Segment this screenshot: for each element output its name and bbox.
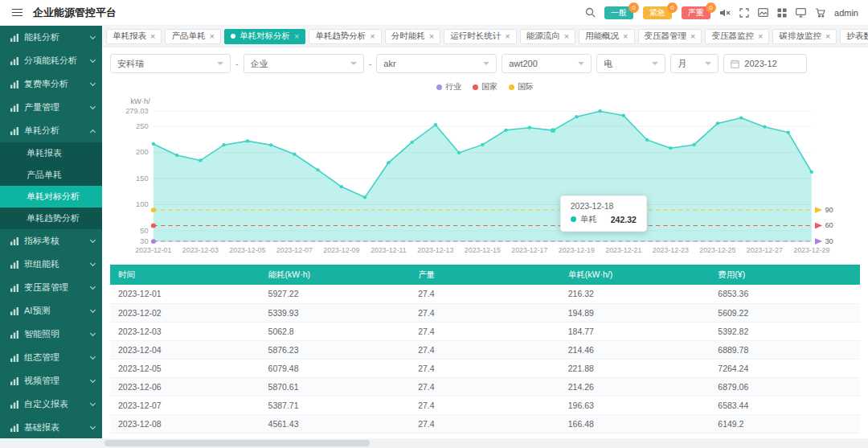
org-select[interactable]: 安科瑞 bbox=[110, 54, 231, 73]
alarm-badge-严重[interactable]: 严重0 bbox=[682, 6, 710, 19]
tab-close-icon[interactable]: × bbox=[690, 32, 695, 41]
tab-单耗报表[interactable]: 单耗报表× bbox=[106, 29, 162, 44]
table-cell: 184.77 bbox=[560, 322, 710, 340]
sidebar-item-复费率分析[interactable]: 复费率分析 bbox=[0, 72, 102, 96]
horizontal-scrollbar[interactable] bbox=[0, 438, 868, 448]
tab-label: 能源流向 bbox=[526, 31, 560, 42]
tab-抄表数据[interactable]: 抄表数据× bbox=[840, 29, 868, 44]
tab-close-icon[interactable]: × bbox=[564, 32, 569, 41]
tab-分时能耗[interactable]: 分时能耗× bbox=[385, 29, 440, 44]
tab-close-icon[interactable]: × bbox=[505, 32, 510, 41]
table-row[interactable]: 2023-12-025339.9327.4194.895609.22 bbox=[110, 303, 860, 322]
sidebar-item-单耗分析[interactable]: 单耗分析 bbox=[0, 119, 102, 142]
sidebar-item-视频管理[interactable]: 视频管理 bbox=[0, 369, 102, 393]
table-row[interactable]: 2023-12-075387.7127.4196.636583.44 bbox=[110, 396, 860, 414]
sidebar-item-分项能耗分析[interactable]: 分项能耗分析 bbox=[0, 49, 102, 72]
sidebar-subitem-产品单耗[interactable]: 产品单耗 bbox=[0, 164, 102, 186]
tab-用能概况[interactable]: 用能概况× bbox=[579, 29, 634, 44]
tab-close-icon[interactable]: × bbox=[209, 32, 214, 41]
header-actions: 一般0紧急0严重0 admin bbox=[585, 6, 858, 19]
sidebar-item-指标考核[interactable]: 指标考核 bbox=[0, 229, 102, 253]
sidebar-item-能耗分析[interactable]: 能耗分析 bbox=[0, 26, 102, 49]
svg-text:2023-12-29: 2023-12-29 bbox=[793, 247, 829, 255]
tab-运行时长统计[interactable]: 运行时长统计× bbox=[444, 29, 516, 44]
legend-dot bbox=[473, 84, 478, 90]
search-icon[interactable] bbox=[585, 7, 596, 18]
energy-type-select[interactable]: 电 bbox=[596, 54, 665, 73]
user-menu[interactable]: admin bbox=[834, 8, 858, 18]
sidebar-subitem-单耗对标分析[interactable]: 单耗对标分析 bbox=[0, 186, 102, 208]
app-window: 企业能源管控平台 一般0紧急0严重0 adm bbox=[0, 0, 868, 448]
tab-close-icon[interactable]: × bbox=[825, 32, 830, 41]
table-row[interactable]: 2023-12-084561.4327.4166.486149.2 bbox=[110, 414, 860, 433]
chart-panel: 行业国家国际 kW·h/3050100150200250279.032023-1… bbox=[110, 80, 860, 263]
select-value: 月 bbox=[678, 58, 686, 70]
chevron-down-icon bbox=[90, 260, 96, 265]
table-cell: 194.89 bbox=[560, 303, 710, 322]
main-area: 能耗分析分项能耗分析复费率分析产量管理单耗分析单耗报表产品单耗单耗对标分析单耗趋… bbox=[0, 26, 868, 438]
legend-item-国家[interactable]: 国家 bbox=[473, 81, 497, 92]
tab-label: 分时能耗 bbox=[391, 31, 425, 42]
custom-report-icon bbox=[10, 400, 19, 409]
tab-单耗对标分析[interactable]: 单耗对标分析× bbox=[224, 29, 305, 44]
sidebar-item-变压器管理[interactable]: 变压器管理 bbox=[0, 276, 102, 299]
tab-bar: 单耗报表×产品单耗×单耗对标分析×单耗趋势分析×分时能耗×运行时长统计×能源流向… bbox=[102, 26, 868, 47]
sidebar-item-组态管理[interactable]: 组态管理 bbox=[0, 346, 102, 369]
tab-变压器管理[interactable]: 变压器管理× bbox=[638, 29, 702, 44]
filter-separator: - bbox=[369, 59, 372, 68]
cart-icon[interactable] bbox=[815, 8, 825, 18]
tab-close-icon[interactable]: × bbox=[429, 32, 434, 41]
tab-产品单耗[interactable]: 产品单耗× bbox=[165, 29, 220, 44]
monitor-icon[interactable] bbox=[796, 8, 806, 18]
tab-label: 单耗对标分析 bbox=[240, 31, 290, 42]
tab-close-icon[interactable]: × bbox=[294, 32, 299, 41]
svg-text:2023-12-19: 2023-12-19 bbox=[559, 247, 595, 255]
table-row[interactable]: 2023-12-045876.2327.4214.466889.78 bbox=[110, 340, 860, 359]
tab-close-icon[interactable]: × bbox=[623, 32, 628, 41]
grid-icon[interactable] bbox=[777, 8, 787, 18]
menu-toggle-icon[interactable] bbox=[10, 6, 25, 19]
image-icon[interactable] bbox=[758, 8, 768, 17]
tab-close-icon[interactable]: × bbox=[370, 32, 375, 41]
tab-碳排放监控[interactable]: 碳排放监控× bbox=[772, 29, 837, 44]
table-row[interactable]: 2023-12-015927.2227.4216.326853.36 bbox=[110, 285, 860, 303]
table-row[interactable]: 2023-12-056079.4827.4221.887264.24 bbox=[110, 359, 860, 377]
sidebar-item-智能照明[interactable]: 智能照明 bbox=[0, 323, 102, 346]
sidebar-item-AI预测[interactable]: AI预测 bbox=[0, 299, 102, 323]
select-value: 安科瑞 bbox=[117, 58, 144, 70]
table-row[interactable]: 2023-12-065870.6127.4214.266879.06 bbox=[110, 377, 860, 396]
period-select[interactable]: 月 bbox=[670, 54, 719, 73]
sidebar-item-label: 指标考核 bbox=[24, 235, 86, 247]
tab-变压器监控[interactable]: 变压器监控× bbox=[705, 29, 769, 44]
sidebar-subitem-单耗报表[interactable]: 单耗报表 bbox=[0, 142, 102, 164]
sidebar-item-label: AI预测 bbox=[24, 305, 86, 317]
tab-close-icon[interactable]: × bbox=[150, 32, 155, 41]
legend-item-行业[interactable]: 行业 bbox=[436, 81, 461, 92]
table-cell: 5387.71 bbox=[260, 396, 411, 414]
legend-item-国际[interactable]: 国际 bbox=[509, 81, 534, 92]
tab-close-icon[interactable]: × bbox=[758, 32, 763, 41]
sidebar-subitem-单耗趋势分析[interactable]: 单耗趋势分析 bbox=[0, 208, 102, 229]
date-picker[interactable]: 2023-12 bbox=[723, 54, 807, 73]
enterprise-select[interactable]: akr bbox=[376, 54, 497, 73]
sidebar-item-基础报表[interactable]: 基础报表 bbox=[0, 416, 102, 438]
fullscreen-icon[interactable] bbox=[739, 8, 749, 18]
device-select[interactable]: awt200 bbox=[502, 54, 592, 73]
alarm-badge-一般[interactable]: 一般0 bbox=[604, 6, 633, 19]
volume-mute-icon[interactable] bbox=[719, 8, 731, 18]
unit-consumption-chart[interactable]: kW·h/3050100150200250279.032023-12-01202… bbox=[110, 94, 860, 263]
sidebar-item-产量管理[interactable]: 产量管理 bbox=[0, 96, 102, 119]
sidebar-item-自定义报表[interactable]: 自定义报表 bbox=[0, 393, 102, 416]
alarm-badge-紧急[interactable]: 紧急0 bbox=[643, 6, 672, 19]
scrollbar-thumb[interactable] bbox=[104, 440, 370, 446]
column-header: 能耗(kW·h) bbox=[260, 265, 411, 285]
chevron-down-icon bbox=[350, 62, 357, 65]
tab-能源流向[interactable]: 能源流向× bbox=[520, 29, 575, 44]
table-row[interactable]: 2023-12-035062.827.4184.775392.82 bbox=[110, 322, 860, 340]
table-cell: 5927.22 bbox=[260, 285, 411, 303]
sidebar-item-班组能耗[interactable]: 班组能耗 bbox=[0, 253, 102, 276]
tab-单耗趋势分析[interactable]: 单耗趋势分析× bbox=[309, 29, 381, 44]
table-cell: 27.4 bbox=[410, 359, 560, 377]
sidebar-item-label: 变压器管理 bbox=[24, 282, 86, 294]
level-select[interactable]: 企业 bbox=[244, 54, 364, 73]
